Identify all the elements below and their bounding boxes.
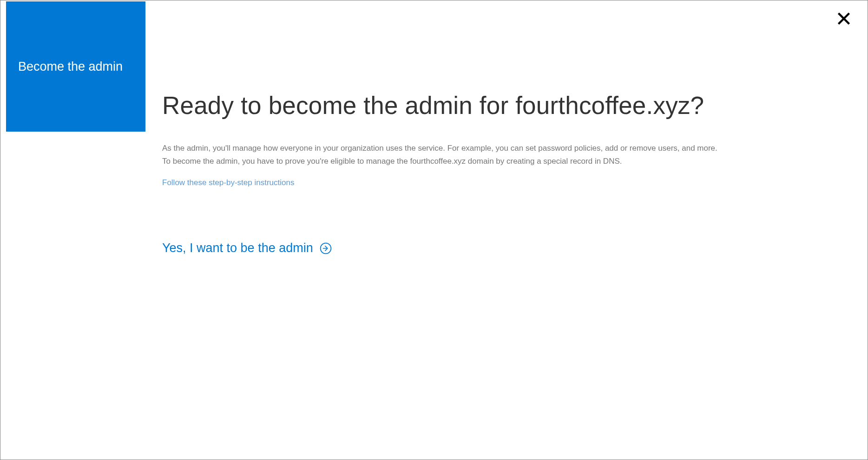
cta-label: Yes, I want to be the admin: [162, 241, 313, 255]
cta-become-admin-link[interactable]: Yes, I want to be the admin: [162, 241, 332, 255]
main-content: Ready to become the admin for fourthcoff…: [162, 91, 840, 255]
description-line-2: To become the admin, you have to prove y…: [162, 155, 840, 168]
sidebar-tile: Become the admin: [6, 1, 145, 132]
description-line-1: As the admin, you'll manage how everyone…: [162, 142, 840, 155]
instructions-link[interactable]: Follow these step-by-step instructions: [162, 178, 294, 187]
close-icon: [837, 19, 851, 27]
close-button[interactable]: [837, 12, 851, 27]
sidebar-label: Become the admin: [18, 60, 123, 74]
page-heading: Ready to become the admin for fourthcoff…: [162, 91, 840, 120]
arrow-right-circle-icon: [320, 242, 332, 254]
